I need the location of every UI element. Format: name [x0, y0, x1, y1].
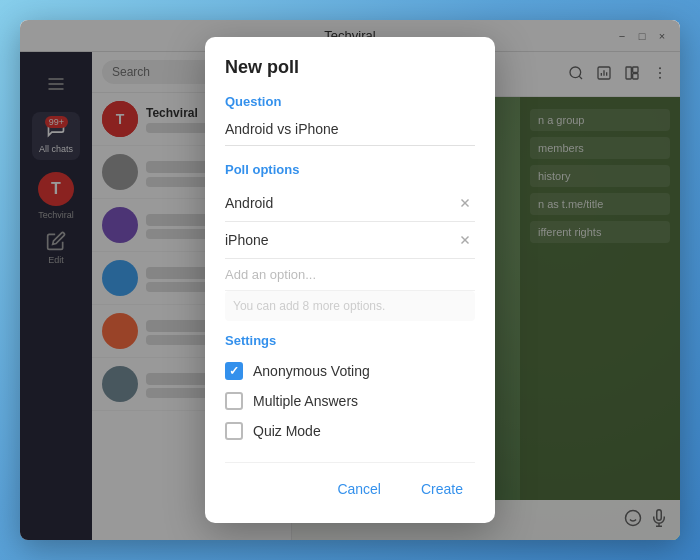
option-text-2: iPhone — [225, 232, 455, 248]
poll-options-section: Poll options Android iPhone — [225, 162, 475, 321]
question-input[interactable] — [225, 117, 475, 146]
quiz-mode-label: Quiz Mode — [253, 423, 321, 439]
create-button[interactable]: Create — [409, 475, 475, 503]
quiz-mode-checkbox[interactable] — [225, 422, 243, 440]
add-option-placeholder: Add an option... — [225, 267, 316, 282]
question-section-label: Question — [225, 94, 475, 109]
anonymous-voting-checkbox[interactable] — [225, 362, 243, 380]
options-hint: You can add 8 more options. — [225, 291, 475, 321]
quiz-mode-row[interactable]: Quiz Mode — [225, 416, 475, 446]
app-window: Techviral − □ × 99+ — [20, 20, 680, 540]
add-option-row[interactable]: Add an option... — [225, 259, 475, 291]
poll-option-2: iPhone — [225, 222, 475, 259]
multiple-answers-checkbox[interactable] — [225, 392, 243, 410]
option-remove-1[interactable] — [455, 193, 475, 213]
modal-actions: Cancel Create — [225, 462, 475, 503]
cancel-button[interactable]: Cancel — [325, 475, 393, 503]
poll-option-1: Android — [225, 185, 475, 222]
anonymous-voting-label: Anonymous Voting — [253, 363, 370, 379]
multiple-answers-row[interactable]: Multiple Answers — [225, 386, 475, 416]
anonymous-voting-row[interactable]: Anonymous Voting — [225, 356, 475, 386]
multiple-answers-label: Multiple Answers — [253, 393, 358, 409]
settings-section: Settings Anonymous Voting Multiple Answe… — [225, 333, 475, 446]
modal-title: New poll — [225, 57, 475, 78]
new-poll-modal: New poll Question Poll options Android — [205, 37, 495, 523]
poll-options-label: Poll options — [225, 162, 475, 177]
option-text-1: Android — [225, 195, 455, 211]
option-remove-2[interactable] — [455, 230, 475, 250]
settings-label: Settings — [225, 333, 475, 348]
modal-overlay: New poll Question Poll options Android — [20, 20, 680, 540]
